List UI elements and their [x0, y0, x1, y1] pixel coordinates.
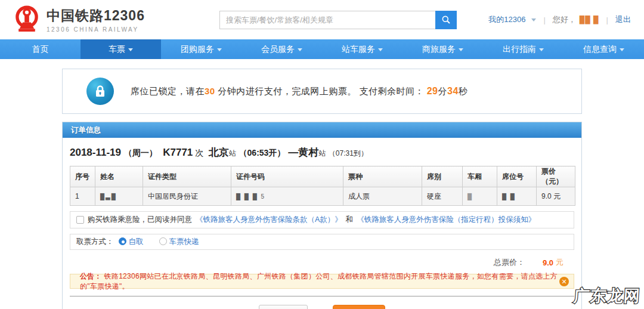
logout-link[interactable]: 退出 [615, 14, 631, 25]
chevron-down-icon [539, 48, 544, 51]
announcement-banner: 公告： 铁路12306网站已在北京铁路局、昆明铁路局、广州铁路（集团）公司、成都… [70, 274, 574, 289]
pickup-express-label: 车票快递 [169, 237, 199, 246]
divider: | [543, 16, 545, 24]
notice-part1: 席位已锁定，请在 [131, 86, 205, 96]
cell-name-masked: █▃█ [100, 193, 117, 200]
total-label: 总票价： [494, 257, 525, 268]
countdown-min-unit: 分 [438, 86, 448, 96]
dash: — [288, 147, 298, 158]
action-buttons: 取消订单 网上支付 [63, 305, 581, 309]
chevron-down-icon [128, 48, 133, 51]
cell-id-type: 中国居民身份证 [143, 187, 231, 206]
notice-part3: 支付剩余时间： [357, 86, 427, 96]
col-seat-no: 席位号 [497, 166, 537, 187]
passenger-table: 序号 姓名 证件类型 证件号码 票种 席别 车厢 席位号 票价（元） 1 █▃█… [70, 166, 575, 206]
insurance-terms-link[interactable]: 《铁路旅客人身意外伤害保险条款（A款）》 [196, 215, 342, 225]
search-bar [219, 11, 457, 29]
chevron-down-icon [217, 48, 222, 51]
nav-item-business-travel[interactable]: 商旅服务 [402, 39, 483, 59]
logo-text: 中国铁路12306 12306 CHINA RAILWAY [47, 7, 145, 33]
chevron-down-icon[interactable] [531, 18, 536, 21]
countdown-seconds: 34 [447, 86, 459, 96]
payment-lock-notice: 席位已锁定，请在30 分钟内进行支付，完成网上购票。 支付剩余时间： 29分34… [62, 69, 582, 114]
radio-selected-icon[interactable] [119, 237, 126, 245]
nav-label: 会员服务 [261, 44, 295, 55]
lock-icon [86, 78, 114, 105]
cell-id-masked: █ █ █ 5 [236, 193, 265, 200]
nav-label: 信息查询 [583, 44, 617, 55]
depart-time: （06:53开） [239, 148, 286, 157]
insurance-and: 和 [346, 215, 354, 225]
minutes-allowed: 30 [205, 86, 215, 96]
col-id-number: 证件号码 [231, 166, 343, 187]
announcement-text: 公告： 铁路12306网站已在北京铁路局、昆明铁路局、广州铁路（集团）公司、成都… [80, 271, 559, 292]
train-weekday: （周一） [124, 148, 157, 157]
nav-label: 出行指南 [503, 44, 536, 55]
cell-index: 1 [70, 187, 95, 206]
nav-item-home[interactable]: 首页 [0, 39, 80, 59]
nav-item-travel-guide[interactable]: 出行指南 [483, 39, 564, 59]
china-railway-logo-icon [13, 5, 41, 35]
nav-label: 车票 [109, 44, 125, 55]
cell-seat-class: 硬座 [422, 187, 463, 206]
radio-unselected-icon[interactable] [159, 237, 167, 245]
pay-online-button[interactable]: 网上支付 [333, 305, 385, 309]
cell-ticket-type: 成人票 [343, 187, 422, 206]
pickup-option-express[interactable]: 车票快递 [159, 237, 199, 247]
chevron-down-icon [378, 48, 383, 51]
to-station-suffix: 站 [318, 149, 326, 157]
train-summary: 2018-11-19 （周一） K7771 次 北京站 （06:53开） —黄村… [63, 138, 581, 166]
arrive-time: （07:31到） [329, 149, 368, 157]
col-index: 序号 [70, 166, 95, 187]
logo[interactable]: 中国铁路12306 12306 CHINA RAILWAY [13, 5, 210, 35]
insurance-label: 购买铁路乘意险，已阅读并同意 [88, 215, 192, 225]
col-price: 票价（元） [537, 166, 575, 187]
from-station-suffix: 站 [229, 149, 236, 157]
search-button[interactable] [435, 11, 457, 29]
col-carriage: 车厢 [463, 166, 497, 187]
nav-item-tickets[interactable]: 车票 [80, 39, 161, 59]
train-number: K7771 [163, 147, 193, 158]
user-links: 我的12306 | 您好， ██ █ | 退出 [488, 14, 631, 25]
chevron-down-icon [459, 48, 463, 51]
pickup-option-self[interactable]: 自取 [119, 237, 144, 247]
chevron-down-icon [620, 48, 624, 51]
cancel-order-button[interactable]: 取消订单 [259, 305, 308, 309]
button-separator [70, 296, 574, 296]
insurance-notice-link[interactable]: 《铁路旅客人身意外伤害保险（指定行程）投保须知》 [357, 215, 535, 225]
username-masked: ██ █ [580, 16, 599, 24]
col-ticket: 票种 [343, 166, 422, 187]
close-icon[interactable]: ✕ [559, 277, 569, 286]
total-value: 9.0 [543, 258, 553, 267]
pickup-self-label: 自取 [129, 237, 144, 246]
insurance-checkbox[interactable] [76, 216, 84, 224]
nav-item-info-query[interactable]: 信息查询 [564, 39, 644, 59]
countdown-minutes: 29 [427, 86, 438, 96]
train-number-suffix: 次 [193, 148, 206, 157]
nav-item-member-services[interactable]: 会员服务 [242, 39, 322, 59]
pickup-label: 取票方式： [76, 237, 114, 247]
col-seat-class: 席别 [422, 166, 463, 187]
cell-price: 9.0 元 [537, 187, 575, 206]
logo-title: 中国铁路12306 [47, 7, 145, 25]
chevron-down-icon [298, 48, 302, 51]
from-station: 北京 [209, 147, 229, 158]
passenger-row: 1 █▃█ 中国居民身份证 █ █ █ 5 成人票 硬座 █ █ █ 9.0 元 [70, 187, 575, 206]
notice-part2: 分钟内进行支付，完成网上购票。 [215, 86, 357, 96]
announcement-label: 公告： [80, 272, 102, 280]
nav-label: 商旅服务 [422, 44, 456, 55]
search-input[interactable] [219, 11, 435, 29]
logo-subtitle: 12306 CHINA RAILWAY [47, 26, 145, 33]
pickup-method-row: 取票方式： 自取 车票快递 [70, 234, 574, 250]
table-header-row: 序号 姓名 证件类型 证件号码 票种 席别 车厢 席位号 票价（元） [70, 166, 575, 187]
nav-item-station-services[interactable]: 站车服务 [322, 39, 402, 59]
payment-countdown-text: 席位已锁定，请在30 分钟内进行支付，完成网上购票。 支付剩余时间： 29分34… [131, 86, 467, 97]
my12306-link[interactable]: 我的12306 [488, 14, 525, 25]
to-station: 黄村 [298, 147, 318, 158]
main-nav: 首页 车票 团购服务 会员服务 站车服务 商旅服务 出行指南 信息查询 [0, 39, 644, 59]
total-price-row: 总票价： 9.0 元 [70, 254, 574, 271]
nav-item-group-services[interactable]: 团购服务 [161, 39, 242, 59]
order-info-panel: 订单信息 2018-11-19 （周一） K7771 次 北京站 （06:53开… [62, 122, 582, 309]
divider: | [606, 16, 608, 24]
insurance-row: 购买铁路乘意险，已阅读并同意 《铁路旅客人身意外伤害保险条款（A款）》 和 《铁… [70, 211, 574, 228]
